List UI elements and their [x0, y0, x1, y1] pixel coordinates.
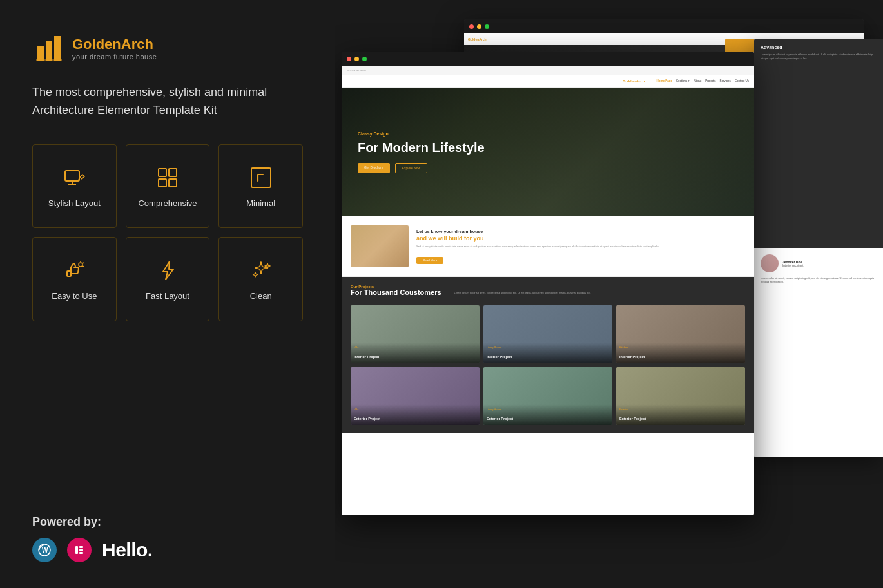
brand-name-bold: Arch [121, 36, 153, 52]
front-nav-home: Home Page [656, 79, 672, 82]
svg-line-18 [82, 266, 84, 267]
feature-card-fast-layout: Fast Layout [126, 237, 210, 321]
project-tag-4: Villa [354, 408, 476, 411]
front-nav-sections: Sections ▾ [676, 79, 690, 82]
thumbs-up-icon [61, 258, 87, 283]
logo-area: GoldenArch your dream future house [32, 32, 303, 64]
project-overlay-1: Villa Interior Project [351, 343, 480, 363]
feature-grid: Stylish Layout Comprehensive [32, 144, 303, 321]
hero-sub-label: Classy Design [358, 131, 485, 136]
powered-by-section: Powered by: W Hello. [32, 515, 303, 562]
feature-label-clean: Clean [250, 291, 272, 301]
projects-section: Our Projects For Thousand Coustomers Lor… [342, 277, 754, 433]
architect-description: Lorem dolor sit amet, consec adipiscing … [761, 276, 877, 284]
front-minimize-dot [354, 57, 359, 61]
cta-read-more-btn[interactable]: Read More [416, 257, 443, 264]
front-screen-titlebar [342, 52, 754, 66]
front-nav: GoldenArch Home Page Sections ▾ About Pr… [342, 75, 754, 88]
zap-icon [155, 258, 180, 283]
hello-brand-text: Hello. [102, 539, 153, 561]
project-item-5: Living House Exterior Project [483, 367, 612, 425]
hero-primary-btn[interactable]: Get Brochure [358, 163, 390, 173]
back-screen-titlebar [464, 19, 864, 33]
feature-label-fast: Fast Layout [146, 291, 189, 301]
project-item-3: Kitchen Interior Project [616, 305, 745, 363]
feature-label-easy: Easy to Use [52, 291, 97, 301]
svg-rect-11 [169, 179, 177, 187]
project-tag-1: Villa [354, 346, 476, 349]
svg-rect-24 [79, 552, 83, 554]
project-name-4: Exterior Project [354, 417, 380, 421]
svg-text:W: W [42, 547, 48, 554]
project-name-5: Exterior Project [487, 417, 513, 421]
elementor-icon [67, 538, 92, 562]
titlebar-minimize-dot [477, 24, 481, 29]
hero-buttons: Get Brochure Explore Now [358, 163, 485, 173]
project-item-6: Exterior Exterior Project [616, 367, 745, 425]
feature-label-comprehensive: Comprehensive [138, 198, 197, 208]
front-maximize-dot [362, 57, 367, 61]
side-panel-light: Jennifer Doe Interior Architect Lorem do… [754, 248, 883, 457]
projects-grid: Villa Interior Project Living Room Inter… [351, 305, 745, 425]
side-dark-title: Advanced [761, 45, 877, 50]
front-nav-about: About [694, 79, 701, 82]
project-name-6: Exterior Project [619, 417, 646, 421]
cta-text: Let us know your dream house and we will… [416, 229, 660, 264]
svg-rect-0 [37, 46, 44, 61]
front-hero-inner: Classy Design For Modern Lifestyle Get B… [358, 131, 485, 173]
architect-avatar-image [761, 254, 779, 272]
front-nav-logo: GoldenArch [623, 79, 645, 83]
project-tag-2: Living Room [487, 346, 609, 349]
svg-rect-10 [159, 179, 166, 187]
architect-name: Jennifer Doe [782, 260, 804, 264]
monitor-pen-icon [61, 165, 87, 191]
svg-point-15 [79, 263, 82, 267]
svg-rect-9 [169, 169, 177, 176]
project-name-1: Interior Project [354, 355, 379, 359]
address-bar: 0822-9090-9090 [347, 69, 365, 72]
svg-rect-3 [36, 59, 62, 61]
svg-rect-4 [65, 171, 79, 181]
corner-arrow-icon [248, 165, 274, 191]
feature-label-minimal: Minimal [246, 198, 275, 208]
left-panel: GoldenArch your dream future house The m… [0, 0, 335, 588]
right-panel: GoldenArch Home Page Sections ▾ About Pr… [335, 0, 883, 588]
side-panel-dark: Advanced Lorem ipsum efficient to pruvol… [754, 39, 883, 248]
feature-label-stylish: Stylish Layout [48, 198, 101, 208]
project-item-4: Villa Exterior Project [351, 367, 480, 425]
project-overlay-6: Exterior Exterior Project [616, 404, 745, 425]
project-name-3: Interior Project [619, 355, 645, 359]
svg-rect-21 [75, 546, 78, 554]
brand-name-regular: Golden [72, 36, 121, 52]
project-overlay-2: Living Room Interior Project [483, 343, 612, 363]
project-item-1: Villa Interior Project [351, 305, 480, 363]
architect-role: Interior Architect [782, 264, 804, 267]
titlebar-maximize-dot [485, 24, 489, 29]
side-info-panel: Advanced Lorem ipsum efficient to pruvol… [754, 39, 883, 457]
description-text: The most comprehensive, stylish and mini… [32, 84, 303, 120]
powered-by-logos: W Hello. [32, 538, 303, 562]
cta-heading: Let us know your dream house [416, 229, 660, 234]
feature-card-comprehensive: Comprehensive [126, 144, 210, 229]
brand-tagline: your dream future house [72, 53, 157, 61]
cta-body: Sed ut perspiciatis unde omnis iste natu… [416, 245, 660, 249]
hero-main-title: For Modern Lifestyle [358, 140, 485, 155]
architect-avatar-area: Jennifer Doe Interior Architect [761, 254, 877, 272]
project-tag-3: Kitchen [619, 346, 742, 349]
homepage-preview: 0822-9090-9090 GoldenArch Home Page Sect… [342, 52, 754, 515]
feature-card-easy-use: Easy to Use [32, 237, 117, 321]
svg-line-17 [82, 263, 84, 263]
svg-rect-8 [159, 169, 166, 176]
front-close-dot [347, 57, 351, 61]
front-nav-links: Home Page Sections ▾ About Projects Serv… [656, 79, 749, 82]
svg-rect-14 [67, 271, 71, 276]
front-nav-services: Services [719, 79, 730, 82]
cta-section: Let us know your dream house and we will… [342, 216, 754, 277]
projects-title: For Thousand Coustomers [351, 289, 442, 296]
wordpress-icon: W [32, 538, 57, 562]
svg-rect-2 [54, 36, 61, 61]
hero-secondary-btn[interactable]: Explore Now [395, 163, 427, 173]
sparkles-icon [248, 258, 274, 283]
project-tag-6: Exterior [619, 408, 742, 411]
logo-icon [32, 32, 64, 64]
